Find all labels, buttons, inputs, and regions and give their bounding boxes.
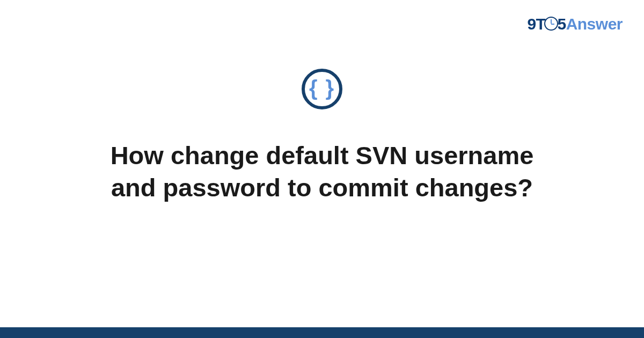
code-braces-icon: { } — [309, 77, 335, 99]
code-icon-circle: { } — [302, 69, 342, 109]
logo-text-5: 5 — [557, 15, 566, 33]
clock-icon — [544, 17, 558, 31]
question-title: How change default SVN username and pass… — [80, 139, 564, 204]
logo-text-9t: 9T — [527, 15, 545, 33]
bottom-accent-bar — [0, 327, 644, 338]
logo-text-answer: Answer — [566, 15, 623, 33]
site-logo[interactable]: 9T5Answer — [527, 15, 623, 33]
main-content: { } How change default SVN username and … — [0, 69, 644, 204]
